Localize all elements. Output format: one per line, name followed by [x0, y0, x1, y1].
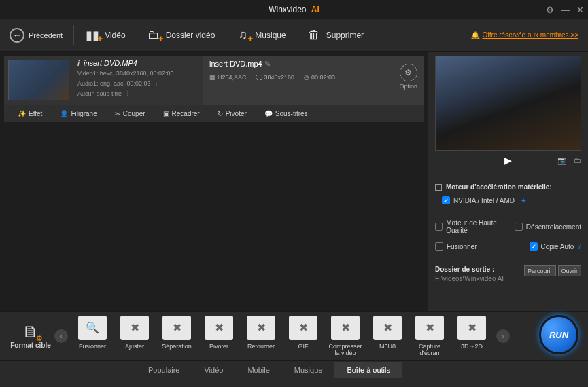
format-item-pivoter[interactable]: ✖Pivoter	[200, 316, 238, 356]
format-label: 3D→2D	[453, 343, 491, 350]
format-label: Séparation	[158, 343, 196, 350]
tab-mobile[interactable]: Mobile	[235, 362, 281, 378]
members-offer-link[interactable]: 🔔 Offre réservée aux membres >>	[471, 31, 578, 39]
format-item-m3u8[interactable]: ✖M3U8	[368, 316, 407, 356]
browse-snapshot-icon[interactable]: 🗀	[574, 156, 581, 165]
format-item-s-paration[interactable]: ✖Séparation	[158, 316, 196, 356]
minimize-icon[interactable]: —	[561, 5, 570, 15]
delete-button[interactable]: 🗑 Supprimer	[307, 28, 364, 43]
format-icon: ✖	[162, 316, 191, 340]
duration-spec: ◷ 00:02:03	[304, 74, 335, 81]
resolution-spec: ⛶ 3840x2160	[256, 74, 295, 81]
codec-spec: ▦ H264,AAC	[209, 74, 247, 81]
settings-icon[interactable]: ⚙	[546, 5, 554, 15]
format-item-fusionner[interactable]: 🔍Fusionner	[73, 316, 111, 356]
folder-label: Dossier vidéo	[166, 31, 215, 40]
close-icon[interactable]: ✕	[576, 5, 584, 15]
crop-button[interactable]: ▣ Recadrer	[163, 110, 200, 117]
browse-button[interactable]: Parcourir	[524, 265, 556, 276]
format-icon: ✖	[373, 316, 402, 340]
tab-vid-o[interactable]: Vidéo	[192, 362, 235, 378]
subtitle-button[interactable]: 💬 Sous-titres	[264, 110, 308, 117]
gear-icon: ⚙	[400, 64, 417, 81]
format-item-capture-d-cran[interactable]: ✖Capture d'écran	[411, 316, 449, 356]
format-item-compresser-la-vid-o[interactable]: ✖Compresser la vidéo	[326, 316, 364, 356]
effect-button[interactable]: ✨ Effet	[18, 110, 42, 117]
source-filename: insert DVD.MP4	[77, 58, 198, 69]
tab-bo-te-outils[interactable]: Boîte à outils	[334, 362, 402, 378]
gpu-checkbox[interactable]: ✓	[442, 196, 450, 204]
output-dir-path: F:\videos\Winxvideo AI	[435, 275, 504, 282]
sparkle-icon: ✦	[521, 197, 526, 204]
format-label: GIF	[284, 343, 322, 350]
music-label: Musique	[255, 31, 286, 40]
scroll-left-button[interactable]: ‹	[54, 329, 68, 343]
snapshot-icon[interactable]: 📷	[557, 156, 567, 165]
format-target-label: Format cible	[7, 342, 54, 349]
option-label: Option	[399, 83, 417, 90]
file-list-panel: ✕ insert DVD.MP4 Video1: hevc, 3840x2160…	[0, 52, 428, 311]
file-info: insert DVD.MP4 Video1: hevc, 3840x2160, …	[73, 56, 203, 105]
deint-label: Désentrelacement	[526, 223, 581, 231]
back-arrow-icon: ←	[10, 28, 24, 43]
format-target[interactable]: 🗎⚙ Format cible	[7, 322, 54, 349]
format-icon: ✖	[247, 316, 275, 340]
add-music-button[interactable]: ♫+ Musique	[235, 28, 286, 43]
format-label: Capture d'écran	[411, 343, 449, 356]
format-icon: ✖	[120, 316, 149, 340]
format-icon: ✖	[289, 316, 317, 340]
output-filename: insert DVD.mp4	[209, 60, 262, 68]
gpu-label: NVIDIA / Intel / AMD	[453, 197, 515, 204]
tab-populaire[interactable]: Populaire	[136, 362, 192, 378]
watermark-button[interactable]: 👤 Filigrane	[60, 110, 97, 117]
auto-label: Copie Auto	[541, 243, 574, 251]
format-icon: ✖	[457, 316, 486, 340]
rotate-button[interactable]: ↻ Pivoter	[218, 110, 247, 117]
cut-button[interactable]: ✂ Couper	[115, 110, 145, 117]
tab-musique[interactable]: Musique	[282, 362, 335, 378]
merge-label: Fusionner	[447, 243, 477, 251]
offer-text: Offre réservée aux membres >>	[482, 31, 578, 39]
audio-track-info: Audio1: eng, aac, 00:02:03	[77, 80, 151, 87]
category-tabs: PopulaireVidéoMobileMusiqueBoîte à outil…	[0, 360, 588, 379]
format-icon: ✖	[205, 316, 233, 340]
run-button[interactable]: RUN	[539, 315, 578, 354]
hw-accel-label: Moteur d'accélération matérielle:	[446, 183, 552, 191]
music-icon: ♫+	[235, 28, 250, 43]
play-button[interactable]: ▶	[504, 155, 512, 166]
hq-checkbox[interactable]	[435, 223, 443, 231]
merge-checkbox[interactable]	[435, 242, 443, 251]
add-video-button[interactable]: ▮▮+ Vidéo	[85, 28, 125, 43]
format-label: Retourner	[242, 343, 280, 350]
video-thumbnail[interactable]	[8, 60, 69, 100]
autocopy-checkbox[interactable]: ✓	[530, 242, 538, 251]
edit-toolbar: ✨ Effet 👤 Filigrane ✂ Couper ▣ Recadrer …	[4, 105, 424, 122]
document-icon: 🗎⚙	[22, 322, 39, 342]
video-preview[interactable]	[435, 56, 581, 151]
add-folder-button[interactable]: 🗀+ Dossier vidéo	[146, 28, 215, 43]
deinterlace-checkbox[interactable]	[515, 223, 523, 231]
format-label: M3U8	[368, 343, 407, 350]
format-item-3d-2d[interactable]: ✖3D→2D	[453, 316, 491, 356]
file-row[interactable]: ✕ insert DVD.MP4 Video1: hevc, 3840x2160…	[4, 56, 424, 105]
film-icon: ▮▮+	[85, 28, 100, 43]
back-button[interactable]: ← Précédent	[10, 28, 63, 43]
format-label: Compresser la vidéo	[326, 343, 364, 356]
edit-name-icon[interactable]: ✎	[264, 60, 271, 68]
video-track-info: Video1: hevc, 3840x2160, 00:02:03	[77, 70, 173, 77]
format-icon: 🔍	[78, 316, 107, 340]
format-item-ajuster[interactable]: ✖Ajuster	[116, 316, 154, 356]
output-options-button[interactable]: ⚙ Option	[399, 64, 417, 90]
right-panel: ▶ 📷 🗀 Moteur d'accélération matérielle: …	[428, 52, 588, 311]
format-label: Ajuster	[116, 343, 154, 350]
format-label: Fusionner	[73, 343, 111, 350]
format-item-gif[interactable]: ✖GIF	[284, 316, 322, 356]
delete-label: Supprimer	[326, 31, 364, 40]
help-icon[interactable]: ?	[577, 243, 581, 251]
format-icon: ✖	[415, 316, 444, 340]
output-dir-label: Dossier de sortie :	[435, 265, 504, 273]
scroll-right-button[interactable]: ›	[496, 329, 510, 343]
format-item-retourner[interactable]: ✖Retourner	[242, 316, 280, 356]
open-button[interactable]: Ouvrir	[558, 265, 582, 276]
bell-icon: 🔔	[471, 31, 479, 39]
